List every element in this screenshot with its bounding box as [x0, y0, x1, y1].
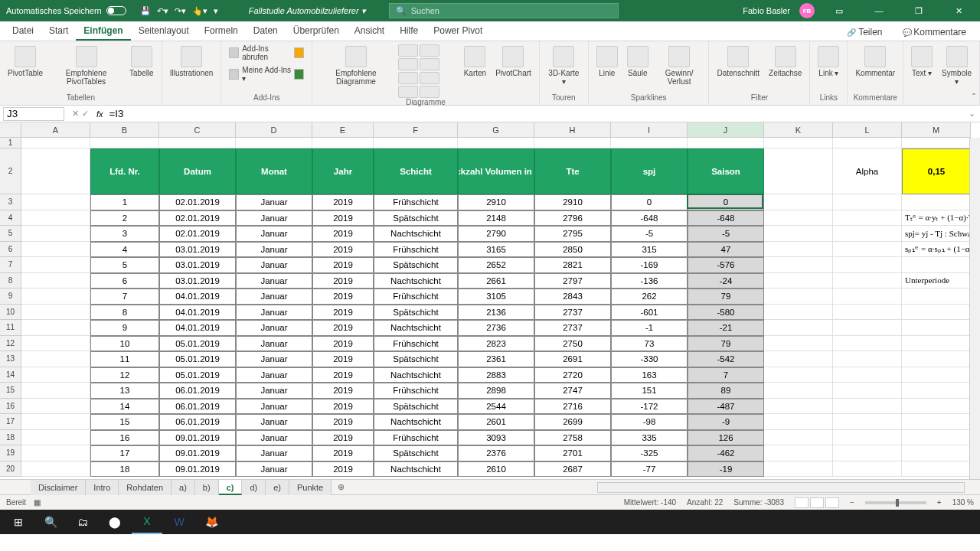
table-cell[interactable]: Januar: [236, 336, 312, 352]
table-cell[interactable]: 5: [90, 257, 159, 273]
table-cell[interactable]: 04.01.2019: [159, 289, 236, 305]
table-cell[interactable]: Spätschicht: [374, 445, 458, 461]
table-cell[interactable]: 09.01.2019: [159, 461, 236, 478]
zoom-in-icon[interactable]: +: [937, 498, 942, 507]
table-cell[interactable]: -601: [611, 305, 688, 321]
zoom-level[interactable]: 130 %: [952, 498, 974, 507]
sheet-tab-Disclaimer[interactable]: Disclaimer: [31, 480, 86, 495]
task-app-2[interactable]: ⬤: [100, 510, 130, 534]
table-cell[interactable]: 2691: [534, 351, 611, 367]
table-cell[interactable]: 2750: [534, 336, 611, 352]
table-cell-saison[interactable]: 79: [688, 289, 764, 305]
collapse-ribbon-icon[interactable]: ˆ: [972, 93, 975, 103]
table-cell[interactable]: 2376: [458, 445, 534, 461]
table-cell[interactable]: 03.01.2019: [159, 242, 236, 258]
row-header-2[interactable]: 2: [0, 148, 21, 194]
sheet-tab-Rohdaten[interactable]: Rohdaten: [119, 480, 172, 495]
row-header-6[interactable]: 6: [0, 242, 21, 258]
symbols-button[interactable]: Symbole ▾: [939, 44, 975, 87]
table-cell[interactable]: 2699: [534, 414, 611, 430]
row-header-15[interactable]: 15: [0, 383, 21, 399]
table-cell[interactable]: Januar: [236, 242, 312, 258]
table-cell[interactable]: Januar: [236, 367, 312, 383]
table-cell-saison[interactable]: 89: [688, 383, 764, 399]
column-chart-icon[interactable]: [398, 44, 418, 57]
table-cell-saison[interactable]: 0: [688, 194, 764, 210]
share-button[interactable]: Teilen: [841, 24, 888, 41]
line-chart-icon[interactable]: [420, 44, 439, 57]
table-cell[interactable]: Januar: [236, 226, 312, 242]
comments-button[interactable]: Kommentare: [897, 24, 972, 41]
table-cell[interactable]: 2701: [534, 445, 611, 461]
timeline-button[interactable]: Zeitachse: [766, 44, 805, 79]
maps-button[interactable]: Karten: [461, 44, 489, 79]
sheet-tab-b[interactable]: b): [195, 480, 219, 495]
column-header-I[interactable]: I: [611, 122, 688, 138]
table-cell[interactable]: 14: [90, 399, 159, 415]
excel-taskbar-icon[interactable]: X: [132, 510, 162, 534]
table-cell[interactable]: 2910: [458, 194, 534, 210]
table-cell[interactable]: 2544: [458, 399, 534, 415]
table-cell[interactable]: Nachtschicht: [374, 461, 458, 478]
recommended-charts-button[interactable]: Empfohlene Diagramme: [317, 44, 394, 87]
table-button[interactable]: Tabelle: [126, 44, 157, 79]
maximize-icon[interactable]: ❐: [903, 0, 934, 21]
table-cell[interactable]: 262: [611, 289, 688, 305]
fx-icon[interactable]: fx: [93, 109, 106, 119]
table-cell-saison[interactable]: -576: [688, 257, 764, 273]
3d-map-button[interactable]: 3D-Karte ▾: [544, 44, 583, 87]
table-cell[interactable]: 03.01.2019: [159, 273, 236, 289]
row-header-11[interactable]: 11: [0, 320, 21, 336]
vertical-scrollbar[interactable]: [969, 138, 980, 479]
column-header-M[interactable]: M: [902, 122, 971, 138]
table-cell[interactable]: 0: [611, 194, 688, 210]
table-cell[interactable]: -77: [611, 461, 688, 478]
user-avatar[interactable]: FB: [799, 3, 815, 18]
column-header-F[interactable]: F: [374, 122, 458, 138]
table-cell[interactable]: Spätschicht: [374, 305, 458, 321]
table-cell[interactable]: 2019: [312, 461, 374, 478]
sparkline-column-button[interactable]: Säule: [624, 44, 652, 79]
table-cell[interactable]: 2019: [312, 414, 374, 430]
table-cell[interactable]: -1: [611, 320, 688, 336]
table-cell[interactable]: 3105: [458, 289, 534, 305]
table-cell[interactable]: 2910: [534, 194, 611, 210]
table-cell[interactable]: 163: [611, 367, 688, 383]
table-cell[interactable]: 2720: [534, 367, 611, 383]
table-cell[interactable]: 2610: [458, 461, 534, 478]
sheet-tab-e[interactable]: e): [266, 480, 289, 495]
redo-icon[interactable]: ↷▾: [175, 6, 186, 16]
column-header-H[interactable]: H: [534, 122, 611, 138]
add-sheet-button[interactable]: ⊕: [332, 482, 351, 492]
table-cell[interactable]: 9: [90, 320, 159, 336]
row-header-7[interactable]: 7: [0, 257, 21, 273]
table-cell[interactable]: 2821: [534, 257, 611, 273]
recommended-pivottables-button[interactable]: Empfohlene PivotTables: [49, 44, 123, 87]
tab-start[interactable]: Start: [41, 22, 76, 41]
horizontal-scrollbar[interactable]: [597, 482, 965, 493]
table-cell[interactable]: 13: [90, 383, 159, 399]
sheet-tab-Punkte[interactable]: Punkte: [289, 480, 332, 495]
table-cell[interactable]: 2747: [534, 383, 611, 399]
column-header-L[interactable]: L: [833, 122, 902, 138]
ribbon-display-icon[interactable]: ▭: [824, 0, 854, 21]
table-cell[interactable]: Januar: [236, 320, 312, 336]
table-cell[interactable]: 2019: [312, 226, 374, 242]
scatter-chart-icon[interactable]: [420, 72, 439, 84]
table-cell[interactable]: Januar: [236, 430, 312, 446]
column-header-B[interactable]: B: [90, 122, 159, 138]
surface-chart-icon[interactable]: [420, 86, 439, 98]
table-cell[interactable]: 8: [90, 305, 159, 321]
table-cell[interactable]: 2019: [312, 320, 374, 336]
table-cell[interactable]: 1: [90, 194, 159, 210]
table-cell[interactable]: 2737: [534, 305, 611, 321]
table-cell[interactable]: -5: [611, 226, 688, 242]
table-cell[interactable]: 10: [90, 336, 159, 352]
row-header-19[interactable]: 19: [0, 445, 21, 461]
zoom-slider[interactable]: [865, 501, 926, 504]
table-cell[interactable]: Januar: [236, 414, 312, 430]
link-button[interactable]: Link ▾: [815, 44, 842, 79]
tab-seitenlayout[interactable]: Seitenlayout: [131, 22, 197, 41]
table-cell[interactable]: 05.01.2019: [159, 367, 236, 383]
table-cell[interactable]: Frühschicht: [374, 336, 458, 352]
